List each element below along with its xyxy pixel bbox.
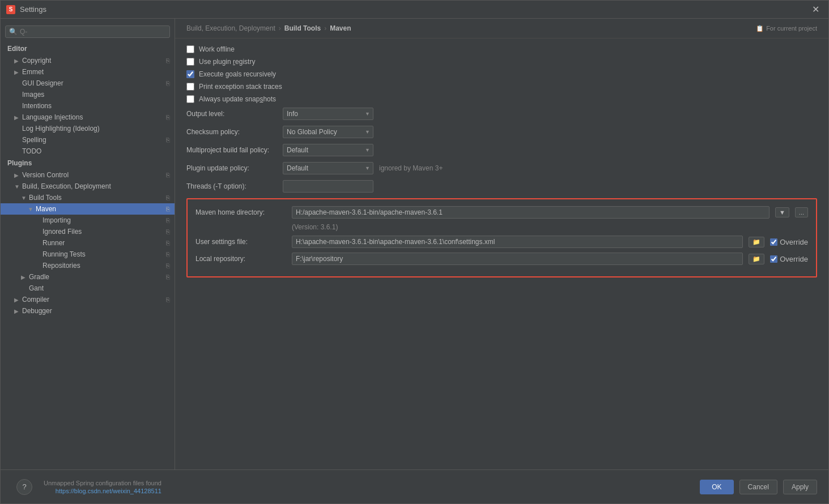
sidebar-item-running-tests[interactable]: Running Tests ⎘ [1, 249, 175, 260]
sidebar-item-repositories[interactable]: Repositories ⎘ [1, 260, 175, 271]
work-offline-label: Work offline [199, 45, 235, 53]
copy-icon: ⎘ [166, 296, 170, 303]
copy-icon: ⎘ [166, 80, 170, 87]
use-plugin-registry-label: Use plugin registry [199, 58, 255, 66]
output-level-label: Output level: [186, 110, 277, 118]
maven-home-input[interactable] [292, 206, 770, 219]
checksum-policy-select-wrapper: No Global Policy Strict Warn [283, 126, 373, 138]
sidebar-item-label: Importing [42, 216, 71, 224]
close-button[interactable]: ✕ [809, 3, 823, 16]
sidebar-item-intentions[interactable]: Intentions [1, 100, 175, 112]
local-repo-override-checkbox[interactable] [770, 255, 777, 263]
use-plugin-registry-checkbox[interactable] [186, 58, 194, 66]
sidebar-item-log-highlighting[interactable]: Log Highlighting (Ideolog) [1, 123, 175, 134]
arrow-icon: ▶ [14, 172, 21, 178]
copy-icon: ⎘ [166, 240, 170, 246]
copy-icon: ⎘ [166, 228, 170, 235]
sidebar-item-build-exec-deploy[interactable]: ▼ Build, Execution, Deployment [1, 181, 175, 192]
plugin-update-label: Plugin update policy: [186, 164, 277, 172]
work-offline-checkbox[interactable] [186, 45, 194, 53]
sidebar-item-label: Maven [36, 205, 56, 213]
help-button[interactable]: ? [16, 479, 32, 495]
maven-home-dropdown-btn[interactable]: ▼ [775, 207, 789, 217]
user-settings-override-label: Override [780, 238, 808, 246]
sidebar-item-gradle[interactable]: ▶ Gradle ⎘ [1, 271, 175, 283]
cancel-button[interactable]: Cancel [739, 480, 777, 494]
output-level-select-wrapper: Info Debug Warn Error [283, 108, 373, 120]
maven-home-browse-btn[interactable]: ... [795, 207, 808, 217]
bottom-link: https://blog.csdn.net/weixin_44128511 [44, 488, 161, 494]
local-repo-input[interactable] [292, 253, 743, 265]
multiproject-fail-select-wrapper: Default Fail At End Fail Never [283, 144, 373, 156]
print-exception-row: Print exception stack traces [186, 83, 817, 91]
sidebar-item-spelling[interactable]: Spelling ⎘ [1, 134, 175, 146]
output-level-select[interactable]: Info Debug Warn Error [283, 108, 373, 120]
local-repo-browse-btn[interactable]: 📁 [749, 254, 764, 264]
print-exception-label: Print exception stack traces [199, 83, 282, 91]
user-settings-input[interactable] [292, 236, 743, 248]
sidebar-item-label: Language Injections [22, 113, 83, 121]
checksum-policy-select[interactable]: No Global Policy Strict Warn [283, 126, 373, 138]
threads-row: Threads (-T option): [186, 180, 817, 193]
user-settings-override-checkbox[interactable] [770, 238, 777, 246]
maven-highlighted-section: Maven home directory: ▼ ... (Version: 3.… [186, 198, 817, 277]
always-update-checkbox[interactable] [186, 95, 194, 103]
arrow-icon: ▶ [21, 274, 28, 280]
search-box[interactable]: 🔍 [5, 25, 170, 38]
status-text: Unmapped Spring configuration files foun… [44, 480, 161, 486]
sidebar-item-images[interactable]: Images [1, 89, 175, 100]
copy-icon: ⎘ [166, 251, 170, 258]
print-exception-checkbox[interactable] [186, 83, 194, 91]
sidebar-item-version-control[interactable]: ▶ Version Control ⎘ [1, 169, 175, 181]
always-update-row: Always update snapshots [186, 95, 817, 103]
sidebar-item-debugger[interactable]: ▶ Debugger [1, 305, 175, 317]
breadcrumb: Build, Execution, Deployment › Build Too… [175, 19, 828, 39]
execute-goals-row: Execute goals recursively [186, 70, 817, 78]
multiproject-fail-row: Multiproject build fail policy: Default … [186, 144, 817, 156]
sidebar-item-maven[interactable]: ▼ Maven ⎘ [1, 203, 175, 215]
sidebar-item-compiler[interactable]: ▶ Compiler ⎘ [1, 294, 175, 305]
execute-goals-checkbox[interactable] [186, 70, 194, 78]
ok-button[interactable]: OK [700, 480, 733, 494]
bottom-left: ? Unmapped Spring configuration files fo… [12, 479, 694, 495]
apply-button[interactable]: Apply [783, 480, 817, 494]
multiproject-fail-label: Multiproject build fail policy: [186, 146, 277, 154]
copy-icon: ⎘ [166, 217, 170, 224]
sidebar-item-todo[interactable]: TODO [1, 146, 175, 157]
copy-icon: ⎘ [166, 206, 170, 212]
arrow-icon: ▼ [21, 195, 28, 201]
main-content: 🔍 Editor ▶ Copyright ⎘ ▶ Emmet GUI Desig… [1, 19, 828, 469]
work-offline-row: Work offline [186, 45, 817, 53]
sidebar-item-emmet[interactable]: ▶ Emmet [1, 66, 175, 78]
sidebar-item-build-tools[interactable]: ▼ Build Tools ⎘ [1, 192, 175, 203]
threads-input[interactable] [283, 180, 373, 193]
sidebar-item-runner[interactable]: Runner ⎘ [1, 237, 175, 249]
plugin-update-row: Plugin update policy: Default Always Nev… [186, 162, 817, 174]
user-settings-browse-btn[interactable]: 📁 [749, 237, 764, 247]
sidebar-item-importing[interactable]: Importing ⎘ [1, 215, 175, 226]
always-update-label: Always update snapshots [199, 95, 276, 103]
maven-home-row: Maven home directory: ▼ ... [195, 206, 808, 219]
search-icon: 🔍 [9, 28, 18, 36]
sidebar-item-copyright[interactable]: ▶ Copyright ⎘ [1, 55, 175, 66]
sidebar-item-label: Intentions [22, 102, 52, 110]
multiproject-fail-select[interactable]: Default Fail At End Fail Never [283, 144, 373, 156]
sidebar-item-language-injections[interactable]: ▶ Language Injections ⎘ [1, 112, 175, 123]
sidebar-item-ignored-files[interactable]: Ignored Files ⎘ [1, 226, 175, 237]
maven-version-text: (Version: 3.6.1) [292, 223, 808, 231]
checksum-policy-row: Checksum policy: No Global Policy Strict… [186, 126, 817, 138]
sidebar-item-label: Repositories [42, 262, 80, 270]
window-title: Settings [20, 5, 809, 14]
sidebar-item-label: Spelling [22, 136, 46, 144]
sidebar-item-gant[interactable]: Gant [1, 283, 175, 294]
arrow-icon: ▼ [14, 183, 21, 190]
app-icon: S [6, 5, 15, 14]
copy-icon: ⎘ [166, 194, 170, 201]
search-input[interactable] [20, 28, 166, 36]
checksum-policy-label: Checksum policy: [186, 128, 277, 136]
sidebar-item-label: Emmet [22, 68, 44, 76]
breadcrumb-part-1: Build, Execution, Deployment [186, 24, 275, 32]
sidebar-item-gui-designer[interactable]: GUI Designer ⎘ [1, 78, 175, 89]
right-panel: Build, Execution, Deployment › Build Too… [175, 19, 828, 469]
plugin-update-select[interactable]: Default Always Never [283, 162, 373, 174]
